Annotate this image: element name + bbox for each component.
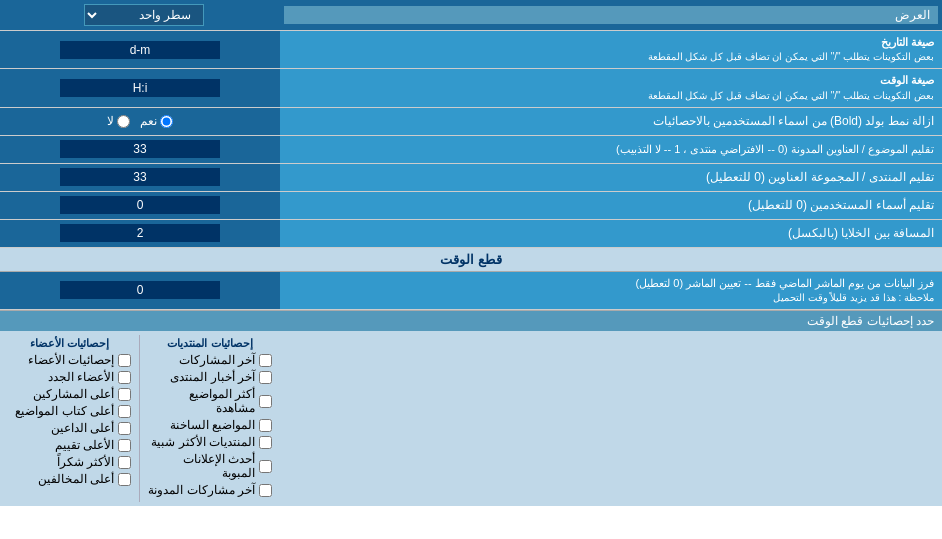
forum-stats-col: إحصائيات المنتديات آخر المشاركات آخر أخب… bbox=[140, 335, 280, 502]
cb-top-rated: الأعلى تقييم bbox=[8, 438, 131, 452]
time-format-row: صيغة الوقت بعض التكوينات يتطلب "/" التي … bbox=[0, 69, 942, 107]
empty-col bbox=[280, 335, 942, 502]
forum-header-row: تقليم المنتدى / المجموعة العناوين (0 للت… bbox=[0, 164, 942, 192]
cell-spacing-label: المسافة بين الخلايا (بالبكسل) bbox=[280, 220, 942, 247]
cutoff-time-input-cell bbox=[0, 272, 280, 309]
cb-most-thanked-input[interactable] bbox=[118, 456, 131, 469]
cb-top-posters: أعلى المشاركين bbox=[8, 387, 131, 401]
topic-header-label: تقليم الموضوع / العناوين المدونة (0 -- ا… bbox=[280, 136, 942, 163]
bold-remove-radio-cell: نعم لا bbox=[0, 108, 280, 135]
username-label: تقليم أسماء المستخدمين (0 للتعطيل) bbox=[280, 192, 942, 219]
date-format-row: صيغة التاريخ بعض التكوينات يتطلب "/" الت… bbox=[0, 31, 942, 69]
cb-hot-topics-input[interactable] bbox=[259, 419, 272, 432]
stats-section-title: حدد إحصائيات قطع الوقت bbox=[280, 311, 942, 331]
field-label: العرض bbox=[284, 6, 938, 24]
display-dropdown[interactable]: سطر واحد bbox=[84, 4, 204, 26]
cb-forum-news-input[interactable] bbox=[259, 371, 272, 384]
cell-spacing-input[interactable] bbox=[60, 224, 220, 242]
cb-top-rated-input[interactable] bbox=[118, 439, 131, 452]
forum-header-input-cell bbox=[0, 164, 280, 191]
time-format-input[interactable] bbox=[60, 79, 220, 97]
checkboxes-area: إحصائيات المنتديات آخر المشاركات آخر أخب… bbox=[0, 331, 942, 506]
member-stats-col: إحصائيات الأعضاء إحصائيات الأعضاء الأعضا… bbox=[0, 335, 140, 502]
bold-remove-row: ازالة نمط بولد (Bold) من اسماء المستخدمي… bbox=[0, 108, 942, 136]
forum-stats-header: إحصائيات المنتديات bbox=[148, 337, 272, 350]
cb-most-viewed-input[interactable] bbox=[259, 395, 272, 408]
member-stats-header: إحصائيات الأعضاء bbox=[8, 337, 131, 350]
cb-top-inviters: أعلى الداعين bbox=[8, 421, 131, 435]
cb-similar-forums: المنتديات الأكثر شبية bbox=[148, 435, 272, 449]
bold-remove-label: ازالة نمط بولد (Bold) من اسماء المستخدمي… bbox=[280, 108, 942, 135]
cb-member-stats-input[interactable] bbox=[118, 354, 131, 367]
username-row: تقليم أسماء المستخدمين (0 للتعطيل) bbox=[0, 192, 942, 220]
cb-latest-ads-input[interactable] bbox=[259, 460, 272, 473]
cb-last-posts: آخر المشاركات bbox=[148, 353, 272, 367]
cb-most-thanked: الأكثر شكراً bbox=[8, 455, 131, 469]
cb-similar-forums-input[interactable] bbox=[259, 436, 272, 449]
time-format-input-cell bbox=[0, 69, 280, 106]
stats-section: حدد إحصائيات قطع الوقت إحصائيات المنتديا… bbox=[0, 310, 942, 506]
radio-yes[interactable] bbox=[160, 115, 173, 128]
cutoff-section-header: قطع الوقت bbox=[0, 248, 942, 272]
date-format-input-cell bbox=[0, 31, 280, 68]
stats-header-row: حدد إحصائيات قطع الوقت bbox=[0, 311, 942, 331]
cb-top-topic-writers-input[interactable] bbox=[118, 405, 131, 418]
radio-no-label[interactable]: لا bbox=[107, 114, 130, 128]
topic-header-input[interactable] bbox=[60, 140, 220, 158]
date-format-input[interactable] bbox=[60, 41, 220, 59]
cb-member-stats: إحصائيات الأعضاء bbox=[8, 353, 131, 367]
cb-hot-topics: المواضيع الساخنة bbox=[148, 418, 272, 432]
header-row: العرض سطر واحد bbox=[0, 0, 942, 31]
cb-latest-ads: أحدث الإعلانات المبوبة bbox=[148, 452, 272, 480]
cutoff-time-label: فرز البيانات من يوم الماشر الماضي فقط --… bbox=[280, 272, 942, 309]
cb-forum-news: آخر أخبار المنتدى bbox=[148, 370, 272, 384]
time-format-label: صيغة الوقت بعض التكوينات يتطلب "/" التي … bbox=[280, 69, 942, 106]
radio-yes-label[interactable]: نعم bbox=[140, 114, 173, 128]
cb-new-members: الأعضاء الجدد bbox=[8, 370, 131, 384]
topic-header-input-cell bbox=[0, 136, 280, 163]
username-input[interactable] bbox=[60, 196, 220, 214]
radio-no[interactable] bbox=[117, 115, 130, 128]
cb-top-topic-writers: أعلى كتاب المواضيع bbox=[8, 404, 131, 418]
date-format-label: صيغة التاريخ بعض التكوينات يتطلب "/" الت… bbox=[280, 31, 942, 68]
cb-new-members-input[interactable] bbox=[118, 371, 131, 384]
cb-top-violators: أعلى المخالفين bbox=[8, 472, 131, 486]
forum-header-label: تقليم المنتدى / المجموعة العناوين (0 للت… bbox=[280, 164, 942, 191]
username-input-cell bbox=[0, 192, 280, 219]
cb-blog-posts: آخر مشاركات المدونة bbox=[148, 483, 272, 497]
cb-last-posts-input[interactable] bbox=[259, 354, 272, 367]
cell-spacing-row: المسافة بين الخلايا (بالبكسل) bbox=[0, 220, 942, 248]
forum-header-input[interactable] bbox=[60, 168, 220, 186]
cb-top-inviters-input[interactable] bbox=[118, 422, 131, 435]
cell-spacing-input-cell bbox=[0, 220, 280, 247]
topic-header-row: تقليم الموضوع / العناوين المدونة (0 -- ا… bbox=[0, 136, 942, 164]
cb-most-viewed: أكثر المواضيع مشاهدة bbox=[148, 387, 272, 415]
cb-top-violators-input[interactable] bbox=[118, 473, 131, 486]
cutoff-time-row: فرز البيانات من يوم الماشر الماضي فقط --… bbox=[0, 272, 942, 310]
cutoff-time-input[interactable] bbox=[60, 281, 220, 299]
cb-top-posters-input[interactable] bbox=[118, 388, 131, 401]
cb-blog-posts-input[interactable] bbox=[259, 484, 272, 497]
